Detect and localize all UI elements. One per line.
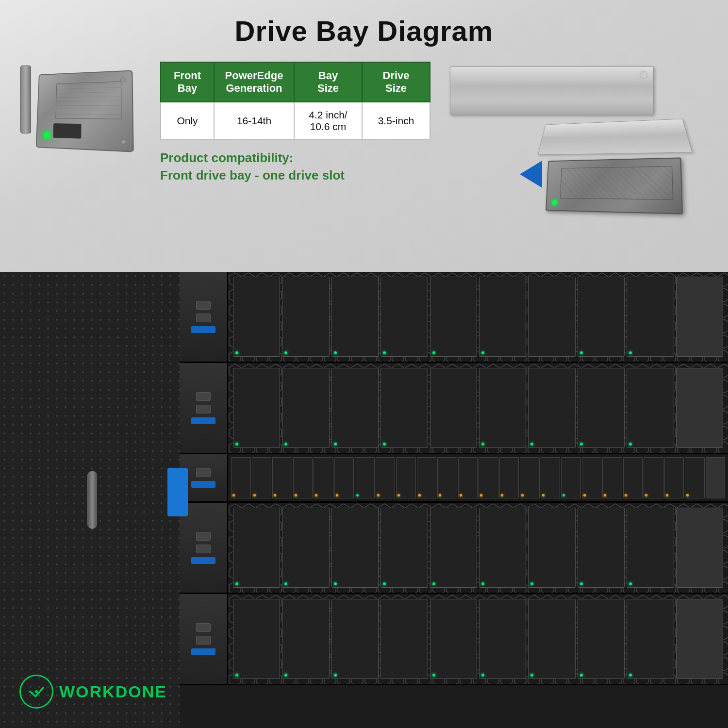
- server-panel-1: [180, 272, 228, 362]
- server-unit-5: [180, 594, 728, 685]
- col-header-front-bay: FrontBay: [161, 62, 214, 102]
- rack-door-panel: [0, 272, 184, 728]
- server-tag-1: [191, 326, 215, 333]
- spec-table: FrontBay PowerEdgeGeneration BaySize Dri…: [160, 62, 430, 140]
- content-row: FrontBay PowerEdgeGeneration BaySize Dri…: [0, 47, 728, 212]
- server-drives-hex-5: [228, 594, 728, 684]
- explode-panel: [538, 119, 693, 155]
- spec-table-container: FrontBay PowerEdgeGeneration BaySize Dri…: [160, 62, 430, 184]
- server-tag-4: [191, 557, 215, 564]
- workdone-check-icon: [26, 681, 47, 702]
- server-port-7: [196, 545, 211, 553]
- server-tag-2: [191, 417, 215, 424]
- tray-connector: [53, 123, 81, 139]
- compat-line1: Product compatibility:: [160, 149, 430, 166]
- diagram-tray-led: [552, 199, 557, 205]
- server-panel-4: [180, 503, 228, 593]
- drive-tray-diagram: [546, 157, 683, 214]
- server-unit-4: [180, 503, 728, 594]
- bottom-section: WORKDONE: [0, 272, 728, 728]
- workdone-label: WORKDONE: [59, 682, 167, 701]
- server-tag-5: [191, 648, 215, 655]
- server-port-4: [196, 405, 211, 414]
- svg-point-0: [35, 690, 38, 693]
- tray-handle: [20, 66, 31, 133]
- tray-lines: [55, 82, 121, 119]
- server-unit-2: [180, 363, 728, 454]
- server-panel-2: [180, 363, 228, 453]
- blank-panel: [450, 66, 654, 115]
- server-small-drives: [228, 454, 728, 501]
- top-section: Drive Bay Diagram FrontBay PowerEdgeGene…: [0, 0, 728, 272]
- compat-line2: Front drive bay - one drive slot: [160, 166, 430, 184]
- server-port-5: [196, 468, 211, 477]
- tray-screw-bottom: [121, 139, 126, 144]
- blue-tab-handle: [167, 468, 188, 516]
- workdone-logo: WORKDONE: [19, 675, 167, 709]
- col-header-bay-size: BaySize: [294, 62, 362, 102]
- insert-arrow-icon: [520, 161, 542, 188]
- workdone-circle: [19, 675, 53, 709]
- server-port-1: [196, 301, 211, 310]
- server-panel-5: [180, 594, 228, 684]
- page-title: Drive Bay Diagram: [235, 15, 494, 47]
- workdone-brand: WORKDONE: [59, 682, 167, 701]
- server-unit-3: [180, 454, 728, 503]
- server-drives-hex-2: [228, 363, 728, 453]
- server-port-3: [196, 392, 211, 401]
- server-port-8: [196, 623, 211, 632]
- cell-front-bay: Only: [161, 102, 214, 140]
- server-rack-area: [180, 272, 728, 728]
- tray-screw-top: [120, 77, 126, 82]
- hdd-tray-image: [29, 62, 141, 168]
- col-header-generation: PowerEdgeGeneration: [214, 62, 294, 102]
- cell-generation: 16-14th: [214, 102, 294, 140]
- server-port-9: [196, 636, 211, 645]
- server-unit-1: [180, 272, 728, 363]
- server-tag-3: [191, 481, 215, 488]
- compatibility-text: Product compatibility: Front drive bay -…: [160, 149, 430, 184]
- cell-bay-size: 4.2 inch/10.6 cm: [294, 102, 362, 140]
- table-row: Only 16-14th 4.2 inch/10.6 cm 3.5-inch: [161, 102, 430, 140]
- tray-body: [36, 70, 134, 152]
- server-drives-hex-4: [228, 503, 728, 593]
- col-header-drive-size: DriveSize: [362, 62, 430, 102]
- diagram-area: [450, 57, 693, 212]
- tray-led: [44, 132, 50, 138]
- door-handle: [87, 471, 97, 529]
- server-port-2: [196, 314, 211, 322]
- server-drives-hex-1: [228, 272, 728, 362]
- server-port-6: [196, 532, 211, 541]
- cell-drive-size: 3.5-inch: [362, 102, 430, 140]
